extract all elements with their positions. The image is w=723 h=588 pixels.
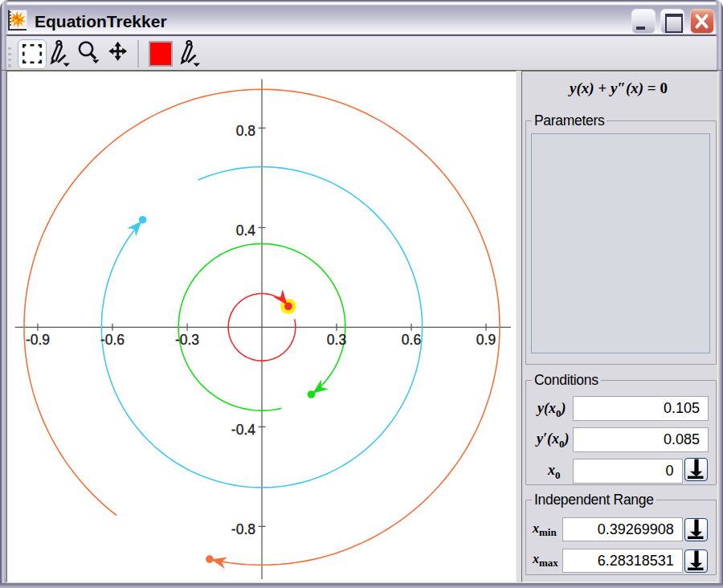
svg-text:-0.8: -0.8	[231, 521, 255, 537]
svg-text:0.8: 0.8	[236, 123, 255, 139]
svg-text:-0.4: -0.4	[231, 422, 255, 438]
svg-text:0.9: 0.9	[476, 332, 496, 348]
svg-text:0.6: 0.6	[402, 332, 421, 348]
svg-text:-0.6: -0.6	[100, 332, 125, 348]
svg-text:0.4: 0.4	[236, 223, 256, 239]
svg-text:-0.9: -0.9	[26, 332, 50, 348]
svg-text:0.3: 0.3	[327, 332, 346, 348]
svg-text:-0.3: -0.3	[175, 332, 199, 348]
